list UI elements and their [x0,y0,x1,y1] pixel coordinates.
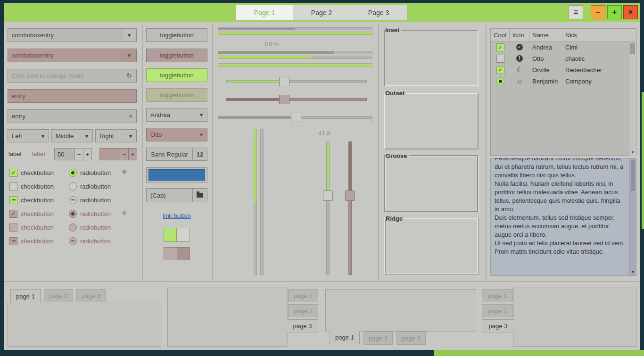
dropdown-right[interactable]: Right ▾ [95,129,137,142]
vertical-scrollbar[interactable]: ▾ [629,41,636,156]
togglebutton-normal[interactable]: togglebutton [146,28,207,42]
hscale-handle[interactable] [279,77,289,86]
tab-page1[interactable]: page 1 [288,289,318,302]
titlebar-tab-page3[interactable]: Page 3 [350,5,407,20]
checkbox-icon[interactable] [496,55,504,63]
checkbutton-unchecked[interactable]: checkbutton [9,181,54,191]
icon-mode-entry[interactable]: Click icon to change mode ↻ [8,69,137,83]
link-button[interactable]: link button [146,212,207,219]
radio-icon[interactable] [496,77,504,85]
table-row[interactable]: ! Otto chaotic [491,53,629,64]
tab-page1[interactable]: page 1 [482,289,513,302]
font-size[interactable]: 12 [192,148,207,161]
pane-separator[interactable] [378,25,379,280]
entry-with-clear[interactable]: entry × [8,109,137,123]
minimize-button[interactable]: − [591,5,605,19]
radio-icon[interactable] [69,196,77,204]
tab-page3[interactable]: page 3 [76,289,106,302]
checkbutton-mixed[interactable]: checkbutton [9,195,54,205]
hscale-trough[interactable] [226,80,367,83]
radiobutton-selected[interactable]: radiobutton [69,167,111,178]
close-button[interactable]: × [623,5,638,19]
table-row[interactable]: ☺ Benjamin Company [491,75,629,87]
titlebar-tab-page1[interactable]: Page 1 [236,5,293,20]
checkbox-icon[interactable]: ✓ [496,66,504,74]
column-header-icon[interactable]: Icon [510,29,529,41]
tab-page1-active[interactable]: page 1 [10,289,41,303]
scrollbar-thumb[interactable] [630,43,635,54]
spinbutton[interactable]: 50 − + [54,148,92,160]
font-name[interactable]: Sans Regular [146,148,192,161]
scroll-down-icon[interactable]: ▾ [630,269,636,274]
togglebutton-pressed[interactable]: togglebutton [146,49,207,62]
chevron-down-icon: ▾ [196,111,207,118]
dropdown-left[interactable]: Left ▾ [8,129,49,142]
comboboxentry[interactable]: comboboxentry ▾ [8,28,137,42]
tab-page2[interactable]: page 2 [44,289,73,302]
dropdown-label: Right [99,132,125,140]
checkbox-icon[interactable] [9,196,17,204]
comboboxentry-text[interactable]: comboboxentry [8,29,122,41]
link-label[interactable]: link button [163,212,190,219]
maximize-button[interactable]: + [607,5,622,19]
column-header-cool[interactable]: Cool [491,29,510,41]
radiobutton-unselected[interactable]: radiobutton [69,181,111,191]
font-button[interactable]: Sans Regular 12 [146,148,207,161]
checkbox-icon[interactable]: ✓ [9,169,17,177]
tab-page3[interactable]: page 3 [396,331,426,345]
radio-icon [69,237,77,245]
tab-page2[interactable]: page 2 [482,304,513,317]
tab-page2[interactable]: page 2 [288,304,318,317]
vscale-handle[interactable] [323,190,333,201]
checkbox-icon[interactable] [9,182,17,190]
dropdown-middle[interactable]: Middle ▾ [51,129,93,142]
folder-button[interactable] [192,188,207,202]
refresh-icon[interactable]: ↻ [122,69,136,82]
frame-label: Groove [386,152,409,159]
tab-page1-active[interactable]: page 1 [330,331,360,344]
color-button[interactable] [146,167,207,182]
entry-placeholder[interactable]: Click icon to change mode [8,69,122,82]
scrollbar-thumb[interactable] [631,160,635,191]
entry-text[interactable]: entry [8,110,125,123]
textview[interactable]: Pellentesque habitant morbi tristique se… [490,158,636,276]
progress-fill [218,32,372,34]
clear-icon[interactable]: × [125,110,136,123]
switch-on[interactable] [164,228,190,242]
file-chooser-button[interactable]: (Cap) [146,188,207,202]
titlebar-tab-page2[interactable]: Page 2 [293,5,350,20]
scroll-down-icon[interactable]: ▾ [629,149,636,155]
vscale-trough[interactable] [326,141,330,275]
column-header-nick[interactable]: Nick [562,29,629,41]
combobox-label: Andrea [150,111,196,118]
table-row[interactable]: ✓ ☾ Orville Redenbacher [491,64,629,75]
tab-page3-active[interactable]: page 3 [287,319,318,332]
column-header-name[interactable]: Name [529,29,562,41]
table-row[interactable]: ✓ ✓ Andrea Cimi [491,41,629,53]
tab-page3-active[interactable]: page 3 [482,319,514,332]
dropdown-button[interactable]: ▾ [122,29,136,41]
textview-content[interactable]: Pellentesque habitant morbi tristique se… [491,158,629,275]
file-name[interactable]: (Cap) [146,188,192,202]
pane-separator[interactable] [4,281,640,282]
pane-separator[interactable] [212,25,213,280]
radio-icon[interactable] [69,182,77,190]
vertical-scrollbar[interactable]: ▾ [629,158,636,275]
switch-handle[interactable] [176,228,190,241]
titlebar[interactable]: Page 1 Page 2 Page 3 ≡ − + × [4,3,640,22]
checkbutton-mixed-insensitive: checkbutton [9,236,54,246]
combobox-andrea[interactable]: Andrea ▾ [146,108,207,122]
checkbox-icon[interactable]: ✓ [496,43,504,51]
radiobutton-mixed[interactable]: radiobutton [69,195,111,205]
checkbutton-checked[interactable]: ✓ checkbutton [9,167,54,178]
togglebutton-active[interactable]: togglebutton [146,68,207,82]
tab-page2[interactable]: page 2 [363,331,393,345]
pane-separator[interactable] [142,25,143,280]
spin-minus-button[interactable]: − [74,149,83,160]
hscale-handle[interactable] [291,113,301,122]
spin-value[interactable]: 50 [55,149,74,160]
menu-button[interactable]: ≡ [569,5,583,19]
spin-plus-button[interactable]: + [83,149,91,160]
radio-icon[interactable] [69,169,77,177]
pane-separator[interactable] [486,25,487,280]
